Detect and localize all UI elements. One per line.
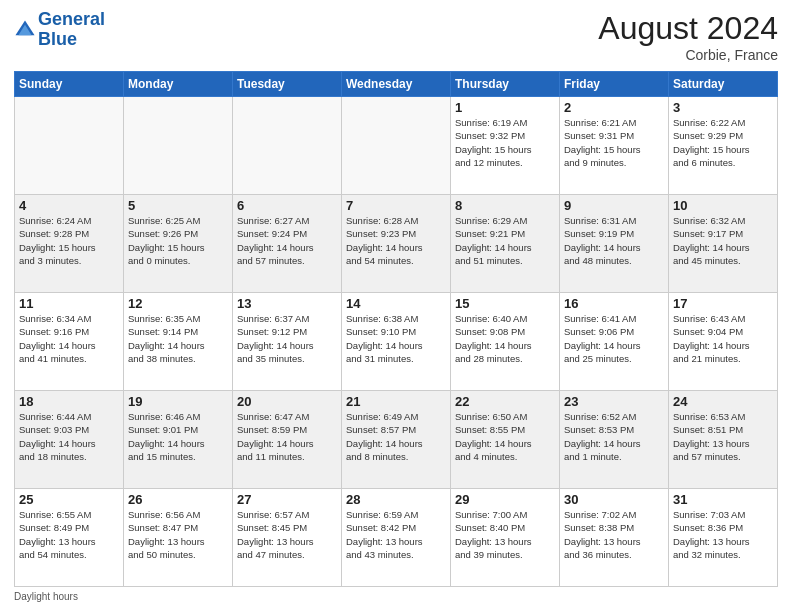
calendar-day-cell: 30Sunrise: 7:02 AM Sunset: 8:38 PM Dayli… — [560, 489, 669, 587]
location: Corbie, France — [598, 47, 778, 63]
calendar-day-cell — [124, 97, 233, 195]
day-info: Sunrise: 6:21 AM Sunset: 9:31 PM Dayligh… — [564, 116, 664, 169]
logo-icon — [14, 19, 36, 41]
calendar-day-cell: 25Sunrise: 6:55 AM Sunset: 8:49 PM Dayli… — [15, 489, 124, 587]
calendar-day-cell: 9Sunrise: 6:31 AM Sunset: 9:19 PM Daylig… — [560, 195, 669, 293]
calendar-day-cell: 2Sunrise: 6:21 AM Sunset: 9:31 PM Daylig… — [560, 97, 669, 195]
day-info: Sunrise: 6:59 AM Sunset: 8:42 PM Dayligh… — [346, 508, 446, 561]
day-number: 13 — [237, 296, 337, 311]
calendar-day-cell — [233, 97, 342, 195]
day-info: Sunrise: 6:19 AM Sunset: 9:32 PM Dayligh… — [455, 116, 555, 169]
day-number: 14 — [346, 296, 446, 311]
day-number: 30 — [564, 492, 664, 507]
calendar-week-row: 25Sunrise: 6:55 AM Sunset: 8:49 PM Dayli… — [15, 489, 778, 587]
day-number: 25 — [19, 492, 119, 507]
day-info: Sunrise: 6:25 AM Sunset: 9:26 PM Dayligh… — [128, 214, 228, 267]
day-info: Sunrise: 6:47 AM Sunset: 8:59 PM Dayligh… — [237, 410, 337, 463]
day-number: 4 — [19, 198, 119, 213]
col-header-monday: Monday — [124, 72, 233, 97]
calendar-week-row: 4Sunrise: 6:24 AM Sunset: 9:28 PM Daylig… — [15, 195, 778, 293]
calendar-day-cell: 10Sunrise: 6:32 AM Sunset: 9:17 PM Dayli… — [669, 195, 778, 293]
calendar-day-cell: 4Sunrise: 6:24 AM Sunset: 9:28 PM Daylig… — [15, 195, 124, 293]
day-info: Sunrise: 6:24 AM Sunset: 9:28 PM Dayligh… — [19, 214, 119, 267]
calendar-week-row: 1Sunrise: 6:19 AM Sunset: 9:32 PM Daylig… — [15, 97, 778, 195]
day-info: Sunrise: 6:28 AM Sunset: 9:23 PM Dayligh… — [346, 214, 446, 267]
calendar-day-cell: 1Sunrise: 6:19 AM Sunset: 9:32 PM Daylig… — [451, 97, 560, 195]
calendar-day-cell: 3Sunrise: 6:22 AM Sunset: 9:29 PM Daylig… — [669, 97, 778, 195]
daylight-label: Daylight hours — [14, 591, 78, 602]
day-number: 17 — [673, 296, 773, 311]
day-number: 6 — [237, 198, 337, 213]
day-info: Sunrise: 6:53 AM Sunset: 8:51 PM Dayligh… — [673, 410, 773, 463]
col-header-friday: Friday — [560, 72, 669, 97]
col-header-thursday: Thursday — [451, 72, 560, 97]
month-title: August 2024 — [598, 10, 778, 47]
day-number: 24 — [673, 394, 773, 409]
day-info: Sunrise: 6:40 AM Sunset: 9:08 PM Dayligh… — [455, 312, 555, 365]
day-number: 29 — [455, 492, 555, 507]
day-info: Sunrise: 6:35 AM Sunset: 9:14 PM Dayligh… — [128, 312, 228, 365]
day-info: Sunrise: 6:43 AM Sunset: 9:04 PM Dayligh… — [673, 312, 773, 365]
calendar-day-cell: 14Sunrise: 6:38 AM Sunset: 9:10 PM Dayli… — [342, 293, 451, 391]
day-info: Sunrise: 6:55 AM Sunset: 8:49 PM Dayligh… — [19, 508, 119, 561]
calendar-day-cell — [342, 97, 451, 195]
col-header-sunday: Sunday — [15, 72, 124, 97]
day-number: 8 — [455, 198, 555, 213]
day-number: 26 — [128, 492, 228, 507]
day-info: Sunrise: 6:38 AM Sunset: 9:10 PM Dayligh… — [346, 312, 446, 365]
col-header-tuesday: Tuesday — [233, 72, 342, 97]
day-number: 22 — [455, 394, 555, 409]
calendar-day-cell: 27Sunrise: 6:57 AM Sunset: 8:45 PM Dayli… — [233, 489, 342, 587]
calendar-day-cell: 15Sunrise: 6:40 AM Sunset: 9:08 PM Dayli… — [451, 293, 560, 391]
day-number: 10 — [673, 198, 773, 213]
calendar-day-cell: 19Sunrise: 6:46 AM Sunset: 9:01 PM Dayli… — [124, 391, 233, 489]
day-info: Sunrise: 6:34 AM Sunset: 9:16 PM Dayligh… — [19, 312, 119, 365]
footer: Daylight hours — [14, 591, 778, 602]
calendar-day-cell: 18Sunrise: 6:44 AM Sunset: 9:03 PM Dayli… — [15, 391, 124, 489]
day-number: 31 — [673, 492, 773, 507]
calendar-week-row: 11Sunrise: 6:34 AM Sunset: 9:16 PM Dayli… — [15, 293, 778, 391]
day-number: 2 — [564, 100, 664, 115]
page: General Blue August 2024 Corbie, France … — [0, 0, 792, 612]
calendar-day-cell: 8Sunrise: 6:29 AM Sunset: 9:21 PM Daylig… — [451, 195, 560, 293]
day-info: Sunrise: 6:49 AM Sunset: 8:57 PM Dayligh… — [346, 410, 446, 463]
day-info: Sunrise: 6:57 AM Sunset: 8:45 PM Dayligh… — [237, 508, 337, 561]
day-number: 18 — [19, 394, 119, 409]
day-number: 21 — [346, 394, 446, 409]
day-info: Sunrise: 6:41 AM Sunset: 9:06 PM Dayligh… — [564, 312, 664, 365]
calendar-day-cell: 7Sunrise: 6:28 AM Sunset: 9:23 PM Daylig… — [342, 195, 451, 293]
day-info: Sunrise: 6:29 AM Sunset: 9:21 PM Dayligh… — [455, 214, 555, 267]
day-info: Sunrise: 6:50 AM Sunset: 8:55 PM Dayligh… — [455, 410, 555, 463]
day-number: 19 — [128, 394, 228, 409]
day-info: Sunrise: 6:56 AM Sunset: 8:47 PM Dayligh… — [128, 508, 228, 561]
calendar-table: SundayMondayTuesdayWednesdayThursdayFrid… — [14, 71, 778, 587]
calendar-day-cell: 5Sunrise: 6:25 AM Sunset: 9:26 PM Daylig… — [124, 195, 233, 293]
day-info: Sunrise: 7:02 AM Sunset: 8:38 PM Dayligh… — [564, 508, 664, 561]
calendar-day-cell: 17Sunrise: 6:43 AM Sunset: 9:04 PM Dayli… — [669, 293, 778, 391]
logo-text: General Blue — [38, 10, 105, 50]
day-info: Sunrise: 7:03 AM Sunset: 8:36 PM Dayligh… — [673, 508, 773, 561]
day-number: 27 — [237, 492, 337, 507]
day-number: 5 — [128, 198, 228, 213]
day-number: 7 — [346, 198, 446, 213]
calendar-day-cell — [15, 97, 124, 195]
calendar-week-row: 18Sunrise: 6:44 AM Sunset: 9:03 PM Dayli… — [15, 391, 778, 489]
day-info: Sunrise: 6:31 AM Sunset: 9:19 PM Dayligh… — [564, 214, 664, 267]
calendar-day-cell: 21Sunrise: 6:49 AM Sunset: 8:57 PM Dayli… — [342, 391, 451, 489]
calendar-day-cell: 31Sunrise: 7:03 AM Sunset: 8:36 PM Dayli… — [669, 489, 778, 587]
calendar-day-cell: 6Sunrise: 6:27 AM Sunset: 9:24 PM Daylig… — [233, 195, 342, 293]
header: General Blue August 2024 Corbie, France — [14, 10, 778, 63]
day-info: Sunrise: 6:27 AM Sunset: 9:24 PM Dayligh… — [237, 214, 337, 267]
col-header-saturday: Saturday — [669, 72, 778, 97]
day-number: 23 — [564, 394, 664, 409]
calendar-day-cell: 24Sunrise: 6:53 AM Sunset: 8:51 PM Dayli… — [669, 391, 778, 489]
calendar-day-cell: 22Sunrise: 6:50 AM Sunset: 8:55 PM Dayli… — [451, 391, 560, 489]
day-info: Sunrise: 7:00 AM Sunset: 8:40 PM Dayligh… — [455, 508, 555, 561]
day-number: 16 — [564, 296, 664, 311]
calendar-day-cell: 20Sunrise: 6:47 AM Sunset: 8:59 PM Dayli… — [233, 391, 342, 489]
calendar-day-cell: 23Sunrise: 6:52 AM Sunset: 8:53 PM Dayli… — [560, 391, 669, 489]
day-info: Sunrise: 6:52 AM Sunset: 8:53 PM Dayligh… — [564, 410, 664, 463]
calendar-day-cell: 29Sunrise: 7:00 AM Sunset: 8:40 PM Dayli… — [451, 489, 560, 587]
logo-line2: Blue — [38, 30, 105, 50]
day-number: 12 — [128, 296, 228, 311]
